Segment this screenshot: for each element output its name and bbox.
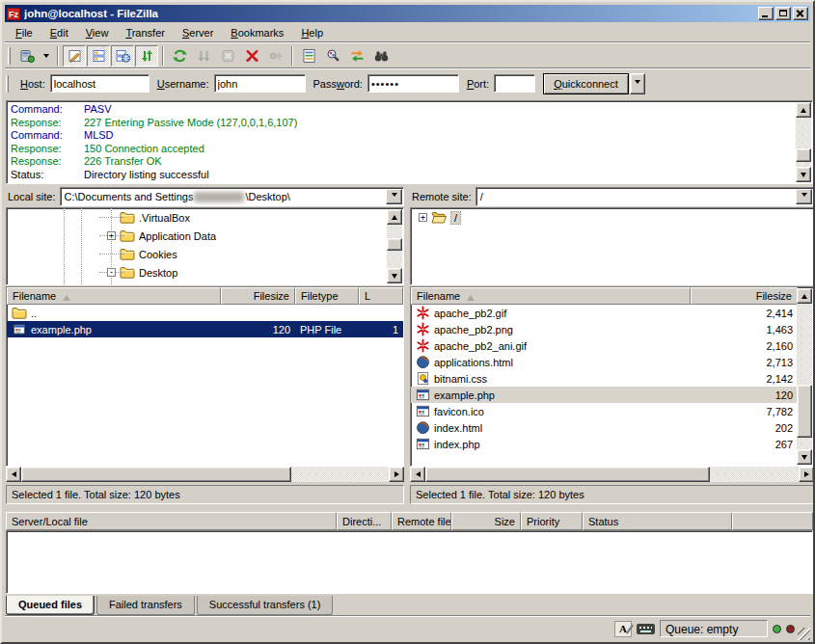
tab-queued-files[interactable]: Queued files bbox=[6, 596, 95, 615]
scroll-right-button[interactable] bbox=[799, 467, 814, 482]
toggle-transfer-queue-button[interactable] bbox=[135, 45, 158, 67]
minimize-button[interactable] bbox=[758, 7, 774, 20]
port-label: Port: bbox=[467, 78, 489, 90]
scroll-up-button[interactable] bbox=[796, 102, 811, 118]
scroll-thumb[interactable] bbox=[797, 385, 812, 438]
file-row[interactable]: applications.html 2,713 bbox=[411, 354, 798, 370]
file-row[interactable]: apache_pb2_ani.gif 2,160 bbox=[411, 337, 798, 354]
username-input[interactable] bbox=[214, 74, 306, 93]
scroll-left-button[interactable] bbox=[410, 467, 425, 482]
data-type-indicator-icon: A bbox=[614, 621, 632, 637]
file-row[interactable]: bitnami.css 2,142 bbox=[411, 370, 798, 387]
local-site-combobox[interactable]: C:\Documents and Settings\Desktop\ bbox=[60, 187, 404, 206]
column-header-modified[interactable]: L bbox=[359, 287, 403, 305]
column-header-remote-file[interactable]: Remote file bbox=[392, 512, 451, 530]
scroll-right-button[interactable] bbox=[389, 467, 404, 482]
remote-list-header: Filename Filesize bbox=[411, 287, 798, 305]
column-header-filename[interactable]: Filename bbox=[7, 287, 221, 305]
log-line: Status:Directory listing successful bbox=[11, 169, 794, 182]
file-row[interactable]: apache_pb2.gif 2,414 bbox=[411, 305, 798, 321]
tree-item[interactable]: + / bbox=[411, 208, 813, 227]
file-row[interactable]: favicon.ico 7,782 bbox=[411, 403, 798, 419]
tree-item[interactable]: Cookies bbox=[7, 245, 403, 263]
file-row-selected[interactable]: example.php 120 PHP File 1 bbox=[7, 321, 403, 337]
scroll-up-button[interactable] bbox=[387, 209, 402, 225]
quickbar-grabber bbox=[6, 75, 9, 93]
column-header-filesize[interactable]: Filesize bbox=[691, 287, 798, 305]
file-row[interactable]: apache_pb2.png 1,463 bbox=[411, 321, 798, 337]
site-manager-dropdown-button[interactable] bbox=[40, 45, 53, 67]
queue-header: Server/Local file Directi... Remote file… bbox=[6, 512, 813, 530]
scroll-thumb[interactable] bbox=[796, 148, 811, 162]
menu-help[interactable]: Help bbox=[292, 25, 332, 40]
column-header-server-local-file[interactable]: Server/Local file bbox=[6, 512, 337, 530]
toggle-message-log-button[interactable] bbox=[63, 45, 86, 67]
remote-site-combobox[interactable]: / bbox=[475, 187, 814, 206]
log-line: Response:227 Entering Passive Mode (127,… bbox=[11, 117, 794, 130]
tree-expander[interactable]: - bbox=[107, 268, 116, 277]
scroll-thumb[interactable] bbox=[21, 467, 291, 482]
file-row[interactable]: index.php 267 bbox=[411, 436, 798, 452]
directory-comparison-button[interactable] bbox=[321, 45, 344, 67]
find-files-button[interactable] bbox=[369, 45, 393, 67]
site-manager-button[interactable] bbox=[15, 45, 39, 67]
host-input[interactable] bbox=[50, 74, 149, 93]
remote-site-label: Remote site: bbox=[412, 191, 472, 202]
tree-item[interactable]: .VirtualBox bbox=[7, 208, 403, 227]
tab-failed-transfers[interactable]: Failed transfers bbox=[96, 596, 195, 615]
scroll-down-button[interactable] bbox=[387, 268, 402, 283]
quickconnect-dropdown-button[interactable] bbox=[630, 73, 645, 94]
local-site-dropdown-button[interactable] bbox=[386, 189, 402, 204]
filter-button[interactable] bbox=[297, 45, 320, 67]
scroll-down-button[interactable] bbox=[797, 449, 812, 465]
resize-grip[interactable] bbox=[798, 628, 810, 640]
column-header-filename[interactable]: Filename bbox=[411, 287, 691, 305]
scroll-thumb[interactable] bbox=[425, 467, 710, 482]
menu-view[interactable]: View bbox=[77, 25, 118, 40]
scroll-thumb[interactable] bbox=[387, 238, 402, 251]
php-file-icon bbox=[12, 323, 27, 335]
column-header-filetype[interactable]: Filetype bbox=[295, 287, 359, 305]
file-row[interactable]: index.html 202 bbox=[411, 419, 798, 436]
toolbar-separator bbox=[162, 46, 164, 66]
cancel-operation-button[interactable] bbox=[216, 45, 239, 67]
toggle-remote-tree-button[interactable] bbox=[111, 45, 134, 67]
column-header-status[interactable]: Status bbox=[583, 512, 732, 530]
scroll-up-button[interactable] bbox=[797, 288, 812, 304]
host-label: Host: bbox=[20, 78, 45, 90]
maximize-button[interactable] bbox=[775, 7, 791, 20]
menu-transfer[interactable]: Transfer bbox=[117, 25, 174, 40]
refresh-button[interactable] bbox=[168, 45, 191, 67]
menu-bookmarks[interactable]: Bookmarks bbox=[222, 25, 292, 40]
column-header-direction[interactable]: Directi... bbox=[337, 512, 392, 530]
refresh-icon bbox=[172, 48, 188, 64]
menu-file[interactable]: File bbox=[7, 25, 41, 40]
scroll-down-button[interactable] bbox=[796, 167, 811, 182]
tree-item[interactable]: + Application Data bbox=[7, 227, 403, 245]
queue-list[interactable] bbox=[6, 530, 813, 594]
column-header-filesize[interactable]: Filesize bbox=[221, 287, 295, 305]
tree-item[interactable]: - Desktop bbox=[7, 263, 403, 282]
transfer-queue-icon bbox=[139, 48, 155, 64]
reconnect-button[interactable] bbox=[264, 45, 287, 67]
menu-server[interactable]: Server bbox=[174, 25, 222, 40]
column-header-priority[interactable]: Priority bbox=[521, 512, 583, 530]
scroll-left-button[interactable] bbox=[6, 467, 21, 482]
process-queue-button[interactable] bbox=[192, 45, 215, 67]
quickconnect-button[interactable]: Quickconnect bbox=[543, 73, 629, 94]
disconnect-button[interactable] bbox=[240, 45, 263, 67]
file-row-selected[interactable]: example.php 120 bbox=[411, 387, 798, 403]
port-input[interactable] bbox=[494, 74, 535, 93]
local-selection-status: Selected 1 file. Total size: 120 bytes bbox=[6, 485, 404, 504]
tree-expander[interactable]: + bbox=[419, 213, 427, 222]
synchronized-browsing-button[interactable] bbox=[345, 45, 368, 67]
close-button[interactable] bbox=[793, 7, 808, 20]
toggle-local-tree-button[interactable] bbox=[87, 45, 110, 67]
tree-expander[interactable]: + bbox=[107, 231, 116, 240]
file-row[interactable]: .. bbox=[7, 305, 403, 321]
menu-edit[interactable]: Edit bbox=[41, 25, 77, 40]
remote-site-dropdown-button[interactable] bbox=[796, 189, 812, 204]
password-input[interactable] bbox=[367, 74, 459, 93]
tab-successful-transfers[interactable]: Successful transfers (1) bbox=[197, 596, 334, 615]
column-header-size[interactable]: Size bbox=[451, 512, 521, 530]
